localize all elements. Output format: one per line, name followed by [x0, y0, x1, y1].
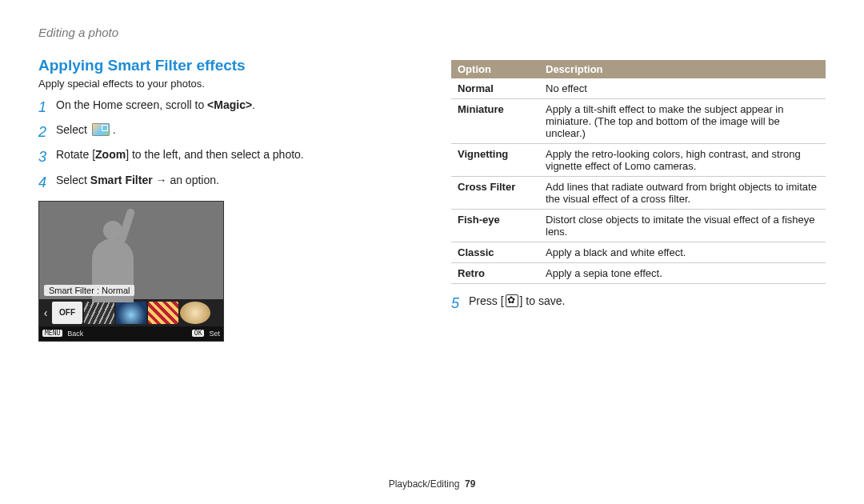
- table-cell-description: No effect: [539, 78, 826, 99]
- table-cell-option: Retro: [451, 263, 539, 284]
- photo-edit-icon: [92, 123, 110, 136]
- table-row: VignettingApply the retro-looking colors…: [451, 144, 826, 177]
- preview-footer-bar: MENU Back OK Set: [39, 326, 223, 341]
- table-header-description: Description: [539, 60, 826, 78]
- menu-button-icon[interactable]: MENU: [42, 330, 62, 337]
- step-3: 3 Rotate [Zoom] to the left, and then se…: [38, 147, 413, 167]
- preview-filter-strip[interactable]: ‹ OFF: [39, 299, 223, 326]
- table-row: NormalNo effect: [451, 78, 826, 99]
- table-cell-description: Apply a tilt-shift effect to make the su…: [539, 99, 826, 144]
- section-subheading: Apply special effects to your photos.: [38, 78, 413, 90]
- table-row: RetroApply a sepia tone effect.: [451, 263, 826, 284]
- ok-set-label: Set: [209, 330, 220, 338]
- table-cell-option: Miniature: [451, 99, 539, 144]
- table-cell-option: Fish-eye: [451, 210, 539, 242]
- table-cell-description: Add lines that radiate outward from brig…: [539, 177, 826, 210]
- page-footer: Playback/Editing 79: [38, 478, 826, 490]
- table-cell-description: Apply a black and white effect.: [539, 242, 826, 263]
- footer-section: Playback/Editing: [389, 478, 460, 490]
- table-cell-option: Normal: [451, 78, 539, 99]
- ok-button-icon[interactable]: OK: [192, 330, 205, 337]
- filter-thumb-off[interactable]: OFF: [52, 302, 82, 324]
- filter-thumb-fisheye[interactable]: [180, 302, 210, 324]
- filter-thumb-miniature[interactable]: [84, 302, 114, 324]
- table-cell-option: Vignetting: [451, 144, 539, 177]
- footer-page-number: 79: [465, 478, 475, 490]
- right-column: Option Description NormalNo effectMiniat…: [451, 57, 826, 478]
- options-table: Option Description NormalNo effectMiniat…: [451, 60, 826, 284]
- two-column-layout: Applying Smart Filter effects Apply spec…: [38, 57, 826, 478]
- step-1: 1 On the Home screen, scroll to <Magic>.: [38, 98, 413, 118]
- table-cell-option: Cross Filter: [451, 177, 539, 210]
- step-2: 2 Select .: [38, 122, 413, 142]
- preview-photo-area: Smart Filter : Normal: [39, 202, 223, 299]
- filter-thumb-cross[interactable]: [148, 302, 178, 324]
- table-row: Cross FilterAdd lines that radiate outwa…: [451, 177, 826, 210]
- menu-back-label: Back: [67, 330, 83, 338]
- camera-preview: Smart Filter : Normal ‹ OFF MENU Back OK…: [38, 201, 224, 342]
- step-list-right: 5 Press [] to save.: [451, 294, 826, 314]
- table-cell-description: Apply a sepia tone effect.: [539, 263, 826, 284]
- step-text-prefix: Select: [56, 123, 90, 136]
- step-5: 5 Press [] to save.: [451, 294, 826, 314]
- table-cell-description: Apply the retro-looking colors, high con…: [539, 144, 826, 177]
- options-table-body: NormalNo effectMiniatureApply a tilt-shi…: [451, 78, 826, 284]
- step5-before: Press [: [469, 294, 504, 307]
- step-4: 4 Select Smart Filter → an option.: [38, 173, 413, 193]
- step-number: 1: [38, 98, 56, 118]
- step5-after: ] to save.: [520, 294, 566, 307]
- page-topic: Editing a photo: [38, 26, 826, 39]
- table-row: MiniatureApply a tilt-shift effect to ma…: [451, 99, 826, 144]
- step-number: 5: [451, 294, 469, 314]
- preview-filter-label: Smart Filter : Normal: [44, 285, 134, 296]
- step-number: 4: [38, 173, 56, 193]
- step-number: 3: [38, 147, 56, 167]
- table-row: Fish-eyeDistort close objects to imitate…: [451, 210, 826, 242]
- step-text: Press [] to save.: [469, 294, 826, 310]
- manual-page: Editing a photo Applying Smart Filter ef…: [0, 0, 864, 504]
- step-number: 2: [38, 122, 56, 142]
- section-heading: Applying Smart Filter effects: [38, 57, 413, 74]
- table-row: ClassicApply a black and white effect.: [451, 242, 826, 263]
- table-header-option: Option: [451, 60, 539, 78]
- step-text: Select .: [56, 122, 413, 138]
- filter-thumb-vignette[interactable]: [116, 302, 146, 324]
- table-cell-option: Classic: [451, 242, 539, 263]
- macro-flower-icon: [506, 294, 518, 307]
- left-column: Applying Smart Filter effects Apply spec…: [38, 57, 413, 478]
- table-cell-description: Distort close objects to imitate the vis…: [539, 210, 826, 242]
- step-text: On the Home screen, scroll to <Magic>.: [56, 98, 413, 114]
- step-text: Rotate [Zoom] to the left, and then sele…: [56, 147, 413, 163]
- chevron-left-icon[interactable]: ‹: [41, 306, 50, 319]
- step-list-left: 1 On the Home screen, scroll to <Magic>.…: [38, 98, 413, 193]
- step-text: Select Smart Filter → an option.: [56, 173, 413, 189]
